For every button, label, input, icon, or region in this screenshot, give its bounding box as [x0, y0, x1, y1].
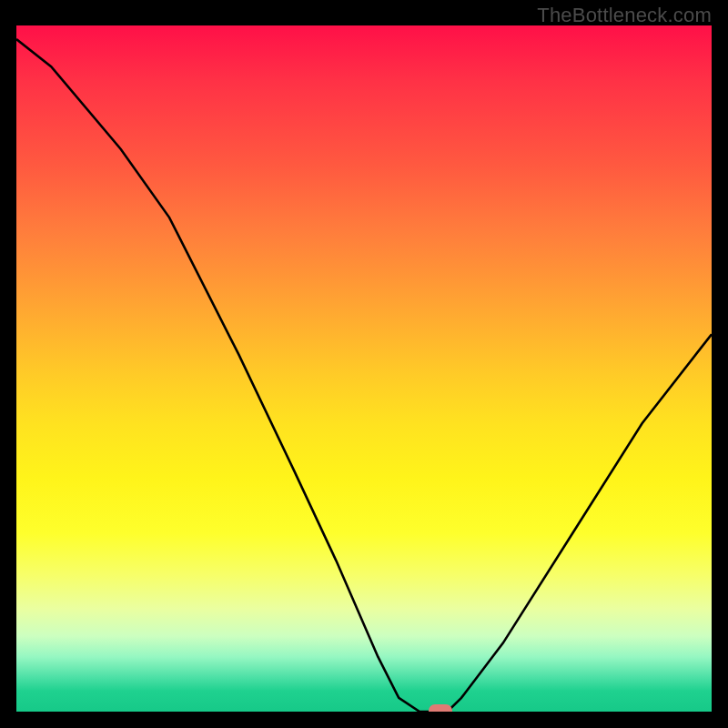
curve-path — [16, 39, 712, 712]
optimal-point-marker — [429, 704, 452, 712]
plot-area — [16, 25, 712, 712]
watermark-text: TheBottleneck.com — [537, 4, 712, 27]
bottleneck-curve — [16, 25, 712, 712]
chart-frame: TheBottleneck.com — [0, 0, 728, 728]
